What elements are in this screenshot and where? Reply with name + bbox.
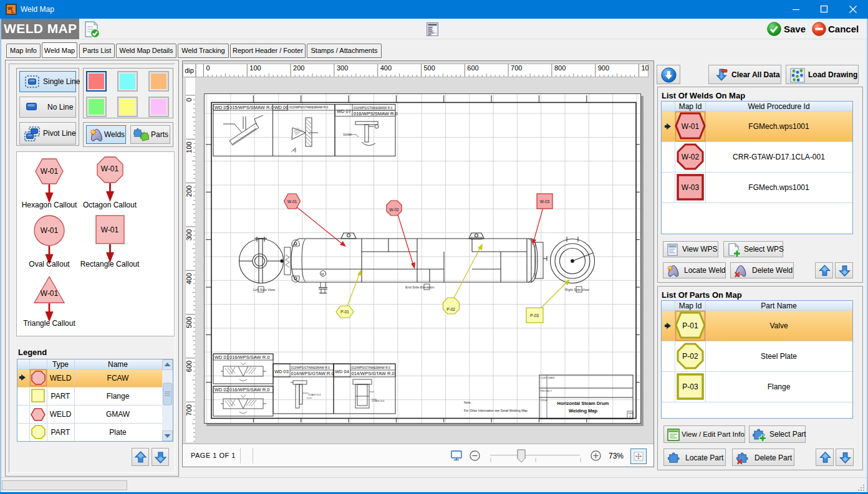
svg-text:CUSTOMER: CUSTOMER — [541, 376, 555, 379]
svg-text:200: 200 — [185, 186, 193, 197]
svg-text:Type: Type — [52, 360, 69, 369]
svg-text:300: 300 — [185, 229, 193, 240]
svg-text:100: 100 — [249, 64, 261, 72]
svg-text:End Side Elevation: End Side Elevation — [405, 285, 434, 289]
svg-text:Weld Procedure Id: Weld Procedure Id — [748, 102, 809, 111]
svg-text:FGMech.wps1001: FGMech.wps1001 — [748, 183, 809, 192]
svg-text:600: 600 — [467, 64, 478, 72]
svg-text:Left Side View: Left Side View — [253, 288, 275, 292]
svg-text:W-01: W-01 — [287, 199, 297, 204]
svg-text:0: 0 — [185, 98, 193, 102]
svg-text:Oval Callout: Oval Callout — [29, 260, 70, 268]
svg-text:400: 400 — [185, 273, 193, 284]
svg-text:Flange: Flange — [107, 392, 130, 401]
svg-text:700: 700 — [185, 404, 193, 416]
svg-text:016/WPS/SMAW R.0: 016/WPS/SMAW R.0 — [354, 111, 398, 116]
svg-text:016/WPS/SAW R.0: 016/WPS/SAW R.0 — [229, 387, 269, 392]
svg-text:Hexagon Callout: Hexagon Callout — [22, 201, 77, 209]
svg-text:Octagon Callout: Octagon Callout — [83, 201, 137, 209]
svg-text:SMAW: SMAW — [343, 133, 352, 136]
svg-text:014/WPS/GTAW R.0: 014/WPS/GTAW R.0 — [352, 371, 395, 376]
svg-text:WELD: WELD — [50, 374, 72, 382]
svg-text:TITLE: TITLE — [541, 399, 547, 402]
svg-text:WELD: WELD — [50, 410, 72, 419]
svg-text:0: 0 — [630, 415, 632, 418]
svg-text:Part Name: Part Name — [761, 302, 797, 310]
svg-text:W-02: W-02 — [389, 207, 399, 212]
svg-text:P-03: P-03 — [530, 313, 539, 318]
svg-text:W-01: W-01 — [41, 289, 59, 298]
svg-text:P-02: P-02 — [446, 307, 455, 311]
svg-text:Map Id: Map Id — [679, 302, 702, 310]
svg-text:Name: Name — [108, 360, 128, 369]
svg-text:WD 04: WD 04 — [335, 369, 349, 374]
svg-text:Triangle Callout: Triangle Callout — [23, 319, 75, 328]
svg-text:W-03: W-03 — [540, 199, 550, 204]
svg-text:W-01: W-01 — [101, 226, 119, 234]
svg-text:GMAW: GMAW — [106, 410, 130, 419]
svg-text:Map Id: Map Id — [679, 102, 702, 111]
svg-text:W-01: W-01 — [101, 164, 119, 173]
svg-text:016/WPS/SAW R.0: 016/WPS/SAW R.0 — [229, 354, 269, 360]
svg-text:WD 01: WD 01 — [215, 354, 229, 360]
svg-text:FGMech.wps1001: FGMech.wps1001 — [748, 122, 809, 131]
svg-text:900: 900 — [598, 64, 609, 72]
svg-text:Plate: Plate — [109, 428, 127, 437]
svg-text:PROJECT: PROJECT — [541, 389, 552, 392]
svg-text:WD 07: WD 07 — [337, 108, 351, 114]
svg-text:PART: PART — [51, 392, 71, 401]
svg-text:Horizontal Steam Drum: Horizontal Steam Drum — [557, 401, 609, 406]
svg-text:Flange: Flange — [768, 382, 791, 391]
svg-text:400: 400 — [380, 64, 392, 72]
svg-text:WD 05: WD 05 — [215, 105, 229, 110]
svg-text:GTAW 014: GTAW 014 — [372, 399, 385, 402]
svg-text:FCAW: FCAW — [107, 374, 130, 382]
svg-text:015/WPS/SMAW R.0: 015/WPS/SMAW R.0 — [229, 105, 274, 110]
svg-text:GTAW 014: GTAW 014 — [308, 393, 321, 396]
svg-text:P-01: P-01 — [340, 310, 349, 314]
svg-text:500: 500 — [185, 317, 193, 328]
svg-text:For Other Information see Deta: For Other Information see Detail Welding… — [464, 409, 528, 412]
svg-text:W-01: W-01 — [682, 122, 700, 131]
svg-text:WD 02: WD 02 — [215, 387, 229, 392]
svg-text:PART: PART — [51, 428, 71, 437]
svg-text:500: 500 — [424, 64, 435, 72]
svg-text:Note :: Note : — [464, 401, 472, 404]
svg-text:013/WPS/GTAW&SMAW R.0: 013/WPS/GTAW&SMAW R.0 — [352, 366, 391, 369]
svg-text:600: 600 — [185, 361, 193, 372]
svg-text:REV: REV — [629, 412, 634, 415]
svg-text:200: 200 — [293, 64, 304, 72]
svg-text:M: M — [321, 272, 324, 276]
svg-text:P-01: P-01 — [682, 321, 698, 330]
svg-text:Valve: Valve — [769, 321, 788, 330]
svg-text:100: 100 — [185, 141, 193, 153]
svg-text:WD 03: WD 03 — [274, 369, 289, 374]
svg-text:Welding Map: Welding Map — [569, 408, 598, 414]
svg-text:013/WPS/GTAW&SMAW R.0: 013/WPS/GTAW&SMAW R.0 — [289, 106, 329, 109]
svg-text:P-02: P-02 — [682, 352, 698, 361]
svg-text:300: 300 — [337, 64, 348, 72]
svg-text:W-02: W-02 — [682, 153, 700, 161]
svg-text:Rectangle Callout: Rectangle Callout — [80, 260, 140, 268]
svg-text:0: 0 — [206, 64, 210, 72]
svg-text:Steel Plate: Steel Plate — [761, 352, 797, 361]
svg-text:CRR-GTAW-D17.1CLA-001: CRR-GTAW-D17.1CLA-001 — [733, 153, 825, 161]
svg-text:P-03: P-03 — [682, 382, 698, 391]
svg-text:W-01: W-01 — [41, 226, 59, 235]
svg-text:700: 700 — [511, 64, 522, 72]
svg-text:WD 06: WD 06 — [274, 105, 289, 110]
svg-text:800: 800 — [554, 64, 566, 72]
svg-text:W-01: W-01 — [41, 167, 59, 176]
svg-text:W-03: W-03 — [682, 183, 700, 192]
svg-text:Right Side View: Right Side View — [565, 288, 589, 292]
svg-text:L: L — [11, 9, 14, 14]
svg-text:1000: 1000 — [642, 64, 649, 72]
svg-text:013/WPS/GTAW&SMAW R.0: 013/WPS/GTAW&SMAW R.0 — [291, 366, 330, 369]
svg-text:013/WPS/GTAW&SMAW R.0: 013/WPS/GTAW&SMAW R.0 — [354, 107, 393, 110]
svg-text:014/WPS/GTAW R.0: 014/WPS/GTAW R.0 — [291, 371, 334, 376]
